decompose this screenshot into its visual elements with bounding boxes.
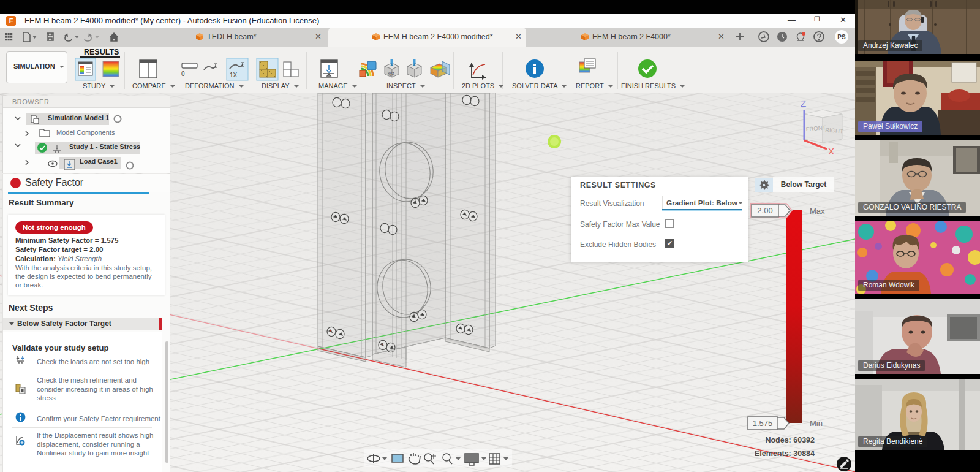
svg-text:0: 0: [181, 70, 185, 77]
svg-text:1.575: 1.575: [753, 419, 773, 428]
svg-text:xyz: xyz: [388, 71, 394, 76]
svg-text:PS: PS: [837, 34, 846, 40]
svg-text:X: X: [828, 146, 834, 156]
svg-text:1X: 1X: [230, 72, 238, 78]
svg-text:2.00: 2.00: [757, 206, 772, 215]
svg-text:Z: Z: [801, 98, 806, 108]
